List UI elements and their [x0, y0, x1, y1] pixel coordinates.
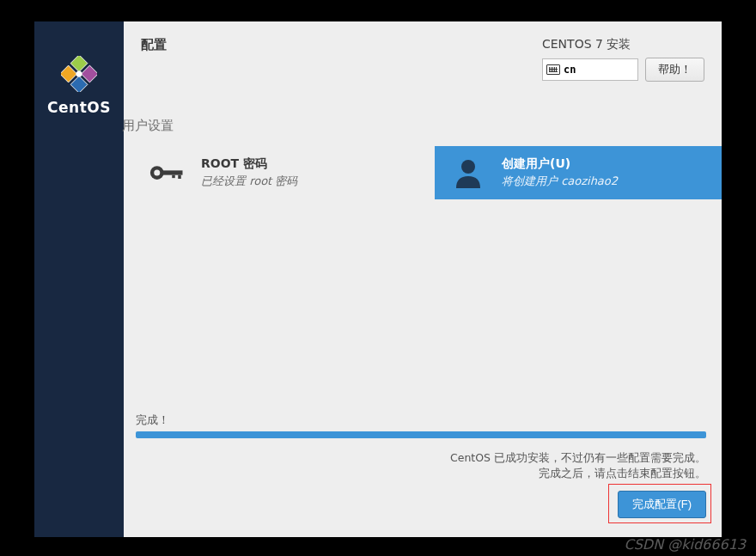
user-settings-cards: ROOT 密码 已经设置 root 密码 创建用户(U) 将创建用户 caozi…	[124, 146, 722, 199]
help-button[interactable]: 帮助！	[645, 58, 704, 82]
finish-message: CentOS 已成功安装，不过仍有一些配置需要完成。 完成之后，请点击结束配置按…	[139, 450, 706, 483]
svg-rect-9	[172, 175, 175, 179]
main-panel: 配置 CENTOS 7 安装 cn 帮助！ 用户设置	[124, 21, 722, 537]
install-title: CENTOS 7 安装	[542, 37, 704, 52]
svg-rect-0	[70, 56, 88, 72]
progress-bar	[136, 431, 706, 438]
svg-rect-1	[81, 65, 97, 82]
keyboard-layout-code: cn	[564, 64, 576, 76]
root-password-subtitle: 已经设置 root 密码	[201, 174, 297, 189]
centos-logo-icon	[61, 56, 97, 92]
svg-point-6	[154, 170, 160, 176]
create-user-subtitle: 将创建用户 caozihao2	[502, 174, 618, 189]
root-password-title: ROOT 密码	[201, 156, 297, 172]
svg-point-10	[461, 160, 475, 174]
section-title: 用户设置	[122, 82, 722, 139]
bottom-panel: 完成！ CentOS 已成功安装，不过仍有一些配置需要完成。 完成之后，请点击结…	[124, 412, 722, 519]
installer-window: CentOS 配置 CENTOS 7 安装 cn 帮助！ 用户设置	[34, 21, 722, 537]
keyboard-layout-selector[interactable]: cn	[542, 58, 638, 81]
finish-config-button[interactable]: 完成配置(F)	[618, 491, 706, 518]
brand-label: CentOS	[47, 99, 111, 116]
svg-rect-8	[178, 175, 181, 179]
create-user-title: 创建用户(U)	[502, 156, 618, 172]
svg-rect-2	[61, 65, 77, 82]
progress-label: 完成！	[136, 412, 706, 428]
key-icon	[149, 155, 186, 191]
svg-rect-7	[163, 170, 183, 174]
root-password-card[interactable]: ROOT 密码 已经设置 root 密码	[134, 146, 426, 199]
watermark: CSDN @kid66613	[625, 536, 746, 553]
keyboard-icon	[546, 64, 560, 75]
header: 配置 CENTOS 7 安装 cn 帮助！	[124, 21, 722, 82]
svg-point-4	[76, 71, 82, 77]
page-title: 配置	[141, 37, 167, 82]
sidebar: CentOS	[34, 21, 124, 537]
user-icon	[450, 155, 486, 191]
create-user-card[interactable]: 创建用户(U) 将创建用户 caozihao2	[435, 146, 722, 199]
svg-rect-3	[70, 76, 88, 92]
